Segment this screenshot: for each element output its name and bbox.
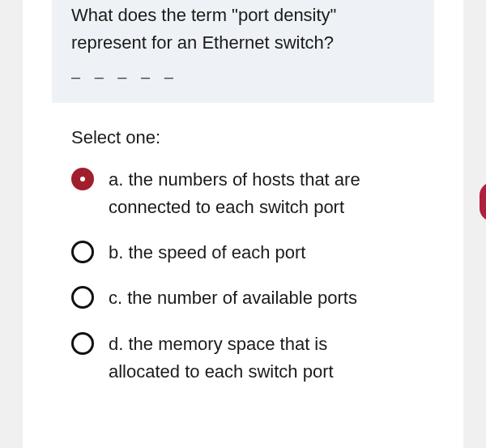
side-tab[interactable]: [480, 182, 486, 221]
option-c[interactable]: c. the number of available ports: [71, 284, 415, 312]
question-separator: – – – – –: [71, 68, 415, 87]
option-a-letter: a.: [109, 169, 123, 190]
option-a-label: the numbers of hosts that are connected …: [109, 169, 360, 217]
option-d-text: d. the memory space that is allocated to…: [109, 331, 415, 386]
quiz-page: What does the term "port density" repres…: [23, 0, 463, 448]
option-b[interactable]: b. the speed of each port: [71, 239, 415, 267]
option-b-text: b. the speed of each port: [109, 239, 415, 267]
option-d[interactable]: d. the memory space that is allocated to…: [71, 331, 415, 386]
option-c-label: the number of available ports: [127, 288, 357, 308]
radio-a[interactable]: [71, 168, 94, 190]
option-b-label: the speed of each port: [128, 242, 305, 262]
radio-d[interactable]: [71, 332, 94, 355]
select-one-label: Select one:: [71, 127, 415, 148]
option-c-text: c. the number of available ports: [109, 284, 415, 312]
option-a[interactable]: a. the numbers of hosts that are connect…: [71, 166, 415, 221]
answers-area: Select one: a. the numbers of hosts that…: [23, 103, 463, 386]
radio-b[interactable]: [71, 241, 94, 263]
radio-c[interactable]: [71, 286, 94, 309]
option-a-text: a. the numbers of hosts that are connect…: [109, 166, 415, 221]
question-box: What does the term "port density" repres…: [52, 0, 434, 103]
question-text: What does the term "port density" repres…: [71, 0, 415, 57]
option-d-letter: d.: [109, 334, 123, 354]
option-b-letter: b.: [109, 242, 123, 262]
option-d-label: the memory space that is allocated to ea…: [109, 334, 334, 382]
option-c-letter: c.: [109, 288, 122, 308]
